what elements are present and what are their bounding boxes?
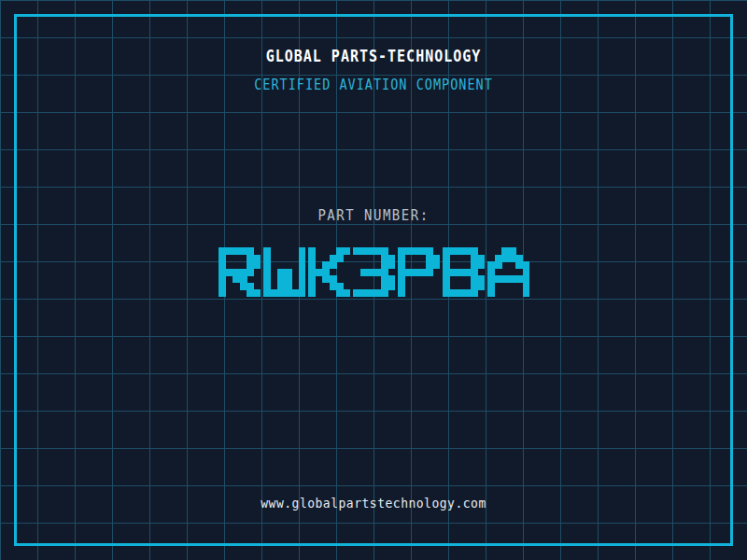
part-number-glyph [263, 247, 305, 297]
part-number-glyph [308, 247, 350, 297]
certification-subtitle: CERTIFIED AVIATION COMPONENT [0, 76, 747, 92]
part-number-glyph [218, 247, 261, 297]
part-number-glyph [487, 247, 529, 297]
part-number-glyph [398, 247, 440, 297]
part-number-display [0, 247, 747, 300]
company-title: GLOBAL PARTS-TECHNOLOGY [0, 47, 747, 65]
part-number-glyph [443, 247, 485, 297]
part-number-glyph [353, 247, 395, 297]
page-background: GLOBAL PARTS-TECHNOLOGY CERTIFIED AVIATI… [0, 0, 747, 560]
website-url: www.globalpartstechnology.com [0, 496, 747, 511]
part-number-label: PART NUMBER: [0, 206, 747, 223]
